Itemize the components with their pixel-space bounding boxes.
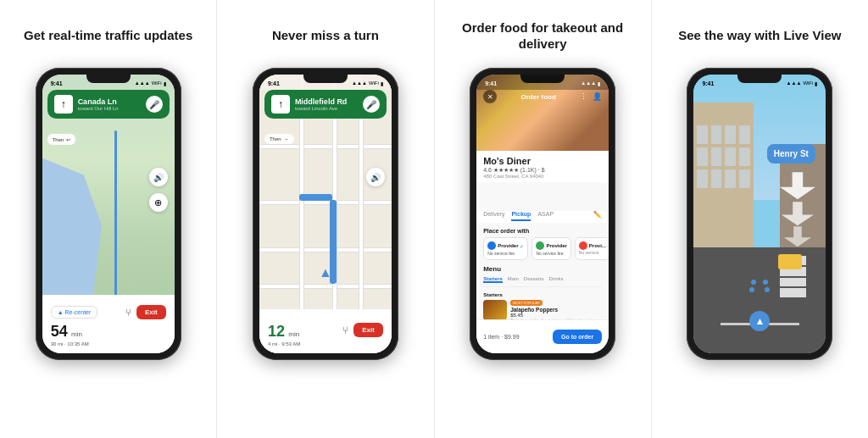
restaurant-info: Mo's Diner 4.6 ★★★★★ (1.1K) · $ 480 Cast… bbox=[476, 151, 609, 182]
phone-screen-liveview: 9:41 ▲▲▲ WiFi ▮ Henry St bbox=[693, 75, 826, 353]
road-h-4 bbox=[259, 284, 392, 289]
eta-time-2: 12 bbox=[268, 323, 285, 340]
panel-title-traffic: Get real-time traffic updates bbox=[24, 15, 192, 56]
menu-icon-food[interactable]: ⋮ bbox=[580, 92, 587, 101]
provider-check-1: ✓ bbox=[520, 243, 524, 249]
road-h-3 bbox=[259, 247, 392, 252]
menu-section: Menu Starters Main Desserts Drinks Start… bbox=[483, 265, 602, 319]
then-arrow-1: ↩ bbox=[66, 136, 70, 142]
food-action-icons: ⋮ 👤 bbox=[580, 92, 602, 101]
eta-section-1: 54 min bbox=[51, 323, 166, 341]
provider-card-2[interactable]: Provider No service fee bbox=[531, 237, 570, 260]
provider-name-2: Provider bbox=[546, 243, 566, 248]
sound-btn-2[interactable]: 🔊 bbox=[366, 168, 385, 186]
exit-btn-2[interactable]: Exit bbox=[353, 323, 383, 337]
provider-logo-2 bbox=[536, 241, 544, 250]
status-icons-2: ▲▲▲ WiFi ▮ bbox=[352, 80, 383, 86]
menu-tab-desserts[interactable]: Desserts bbox=[524, 276, 544, 283]
status-bar-3: 9:41 ▲▲▲ ▮ bbox=[476, 75, 609, 90]
eta-info-2: 4 mi · 9:53 AM bbox=[268, 341, 383, 347]
recenter-icon: ▲ bbox=[58, 309, 64, 315]
edit-icon-food[interactable]: ✏️ bbox=[593, 211, 602, 221]
battery-icon-4: ▮ bbox=[815, 80, 817, 86]
order-food-title: Order food bbox=[520, 93, 555, 101]
tab-delivery[interactable]: Delivery bbox=[483, 211, 504, 221]
menu-tab-main[interactable]: Main bbox=[508, 276, 519, 283]
provider-card-3[interactable]: Provi... No service bbox=[575, 237, 609, 260]
phone-liveview: 9:41 ▲▲▲ WiFi ▮ Henry St bbox=[687, 68, 832, 360]
provider-logo-3 bbox=[579, 241, 587, 250]
mic-icon-2[interactable]: 🎤 bbox=[363, 96, 380, 113]
location-btn-4[interactable]: ▲ bbox=[749, 311, 770, 331]
panel-title-navigation: Never miss a turn bbox=[272, 15, 379, 56]
bottom-row-2: 12 min ⑂ Exit bbox=[268, 319, 383, 341]
nav-street-2: Middlefield Rd bbox=[295, 97, 358, 107]
battery-icon-1: ▮ bbox=[164, 80, 166, 86]
status-bar-4: 9:41 ▲▲▲ WiFi ▮ bbox=[693, 75, 826, 90]
then-bar-1: Then ↩ bbox=[47, 134, 76, 145]
provider-fee-2: No service fee bbox=[536, 251, 566, 256]
map-route-1 bbox=[114, 130, 117, 297]
phone-screen-navigation: ▲ 9:41 ▲▲▲ WiFi ▮ ↑ Middlefield Rd towar bbox=[259, 75, 392, 353]
dot-2 bbox=[763, 280, 768, 285]
status-time-1: 9:41 bbox=[51, 80, 63, 86]
eta-info-1: 30 mi · 10:35 AM bbox=[51, 341, 166, 347]
food-topbar: ✕ Order food ⋮ 👤 bbox=[480, 90, 605, 103]
phone-traffic: 9:41 ▲▲▲ WiFi ▮ ↑ Canada Ln toward Our H… bbox=[36, 68, 181, 360]
phone-notch-1 bbox=[86, 75, 131, 83]
close-btn-food[interactable]: ✕ bbox=[483, 90, 497, 103]
dot-row-2 bbox=[749, 287, 770, 292]
signal-icon-4: ▲▲▲ bbox=[787, 80, 802, 86]
menu-item-info-1: MOST POPULAR Jalapeño Poppers $5.45 Dish… bbox=[510, 300, 602, 319]
app-container: Get real-time traffic updates 9:41 ▲▲▲ W… bbox=[0, 0, 868, 438]
then-label-2: Then bbox=[270, 136, 281, 141]
restaurant-address: 480 Cast Street, CA 94040 bbox=[483, 174, 602, 179]
signal-icon-2: ▲▲▲ bbox=[352, 80, 367, 86]
provider-name-3: Provi... bbox=[589, 243, 606, 248]
street-label: Henry St bbox=[767, 144, 815, 164]
panel-liveview: See the way with Live View bbox=[652, 0, 868, 438]
menu-tab-starters[interactable]: Starters bbox=[483, 276, 503, 283]
provider-fee-1: No service fee bbox=[487, 251, 524, 256]
then-label-1: Then bbox=[53, 137, 64, 142]
sound-btn-1[interactable]: 🔊 bbox=[149, 168, 168, 186]
recenter-btn[interactable]: ▲ Re-center bbox=[51, 306, 98, 319]
eta-section-2: 12 min bbox=[268, 323, 299, 341]
compass-btn-1[interactable]: ⊕ bbox=[149, 193, 168, 212]
exit-btn-1[interactable]: Exit bbox=[136, 305, 166, 319]
restaurant-name: Mo's Diner bbox=[483, 156, 602, 166]
bottom-row-1: ▲ Re-center ⑂ Exit bbox=[51, 305, 166, 319]
phone-screen-food: 9:41 ▲▲▲ ▮ ✕ Order food ⋮ 👤 bbox=[476, 75, 609, 353]
status-icons-3: ▲▲▲ ▮ bbox=[581, 80, 600, 86]
ar-arrow-3 bbox=[784, 226, 811, 247]
status-time-4: 9:41 bbox=[702, 80, 714, 86]
most-popular-badge: MOST POPULAR bbox=[510, 300, 542, 306]
status-time-2: 9:41 bbox=[268, 80, 280, 86]
menu-item-name-1: Jalapeño Poppers bbox=[510, 307, 602, 313]
provider-card-1[interactable]: Provider ✓ No service fee bbox=[483, 237, 528, 260]
location-arrow-2: ▲ bbox=[319, 265, 332, 280]
eta-unit-1: min bbox=[71, 330, 82, 338]
mic-icon-1[interactable]: 🎤 bbox=[146, 96, 163, 113]
panel-traffic: Get real-time traffic updates 9:41 ▲▲▲ W… bbox=[0, 0, 217, 438]
tab-asap[interactable]: ASAP bbox=[537, 211, 554, 221]
signal-icon-3: ▲▲▲ bbox=[581, 80, 596, 86]
ar-arrow-1 bbox=[780, 172, 815, 199]
nav-text-1: Canada Ln toward Our Hill Ln bbox=[78, 97, 141, 112]
tab-pickup[interactable]: Pickup bbox=[511, 211, 531, 221]
go-to-order-btn[interactable]: Go to order bbox=[553, 330, 602, 344]
phone-notch-2 bbox=[303, 75, 348, 83]
nav-direction-arrow-1: ↑ bbox=[54, 95, 73, 114]
wifi-icon-1: WiFi bbox=[152, 80, 162, 86]
bottom-bar-1: ▲ Re-center ⑂ Exit 54 min 30 mi · 10:35 … bbox=[42, 295, 175, 353]
dot-1 bbox=[751, 280, 756, 285]
ar-arrows-container bbox=[780, 172, 815, 247]
battery-icon-3: ▮ bbox=[598, 80, 600, 86]
provider-name-1: Provider bbox=[498, 243, 518, 248]
food-content: Place order with Provider ✓ No service f… bbox=[476, 223, 609, 319]
starters-header: Starters bbox=[483, 292, 602, 297]
menu-tab-drinks[interactable]: Drinks bbox=[549, 276, 564, 283]
person-icon-food[interactable]: 👤 bbox=[593, 92, 602, 101]
phone-navigation: ▲ 9:41 ▲▲▲ WiFi ▮ ↑ Middlefield Rd towar bbox=[253, 68, 398, 360]
phone-screen-traffic: 9:41 ▲▲▲ WiFi ▮ ↑ Canada Ln toward Our H… bbox=[42, 75, 175, 353]
